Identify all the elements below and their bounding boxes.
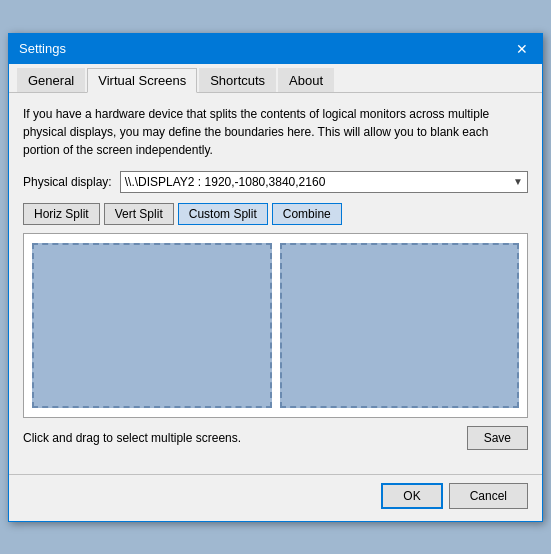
physical-display-dropdown[interactable]: \\.\DISPLAY2 : 1920,-1080,3840,2160 ▼	[120, 171, 528, 193]
combine-button[interactable]: Combine	[272, 203, 342, 225]
physical-display-label: Physical display:	[23, 175, 112, 189]
cancel-button[interactable]: Cancel	[449, 483, 528, 509]
hint-text: Click and drag to select multiple screen…	[23, 431, 241, 445]
split-button-row: Horiz Split Vert Split Custom Split Comb…	[23, 203, 528, 225]
ok-button[interactable]: OK	[381, 483, 442, 509]
info-text: If you have a hardware device that split…	[23, 105, 528, 159]
close-button[interactable]: ✕	[512, 42, 532, 56]
window-title: Settings	[19, 41, 66, 56]
custom-split-button[interactable]: Custom Split	[178, 203, 268, 225]
tab-general[interactable]: General	[17, 68, 85, 92]
content-area: If you have a hardware device that split…	[9, 93, 542, 474]
screen-box-1[interactable]	[32, 243, 272, 408]
save-button[interactable]: Save	[467, 426, 528, 450]
tab-about[interactable]: About	[278, 68, 334, 92]
footer: OK Cancel	[9, 474, 542, 521]
title-bar: Settings ✕	[9, 34, 542, 64]
vert-split-button[interactable]: Vert Split	[104, 203, 174, 225]
screen-box-2[interactable]	[280, 243, 520, 408]
dropdown-arrow-icon: ▼	[513, 176, 523, 187]
horiz-split-button[interactable]: Horiz Split	[23, 203, 100, 225]
physical-display-row: Physical display: \\.\DISPLAY2 : 1920,-1…	[23, 171, 528, 193]
settings-window: Settings ✕ General Virtual Screens Short…	[8, 33, 543, 522]
screen-area	[23, 233, 528, 418]
tab-shortcuts[interactable]: Shortcuts	[199, 68, 276, 92]
physical-display-value: \\.\DISPLAY2 : 1920,-1080,3840,2160	[125, 175, 326, 189]
tab-virtual-screens[interactable]: Virtual Screens	[87, 68, 197, 93]
hint-row: Click and drag to select multiple screen…	[23, 426, 528, 450]
tab-bar: General Virtual Screens Shortcuts About	[9, 64, 542, 93]
